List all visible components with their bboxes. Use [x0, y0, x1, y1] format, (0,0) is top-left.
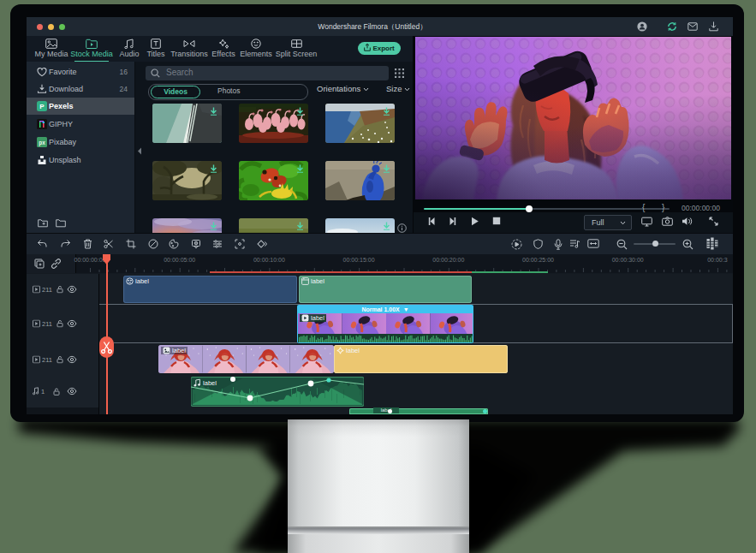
svg-text:P: P: [39, 103, 45, 110]
svg-text:00:00:15:00: 00:00:15:00: [343, 257, 375, 263]
svg-text:00:00:25:00: 00:00:25:00: [522, 257, 554, 263]
svg-text:00:00:3: 00:00:3: [707, 257, 727, 263]
svg-text:00:00:30:00: 00:00:30:00: [612, 257, 644, 263]
svg-text:00:00:10:00: 00:00:10:00: [253, 257, 285, 263]
svg-text:px: px: [39, 140, 45, 146]
svg-text:00:00:20:00: 00:00:20:00: [432, 257, 464, 263]
svg-text:00:00:00:00: 00:00:00:00: [74, 257, 106, 263]
svg-text:00:00:05:00: 00:00:05:00: [164, 257, 195, 263]
